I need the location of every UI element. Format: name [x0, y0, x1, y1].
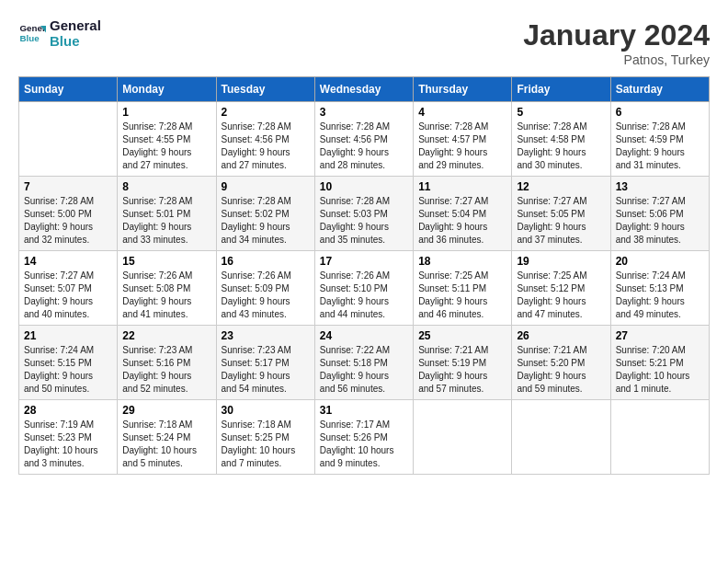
calendar-cell: 26Sunrise: 7:21 AM Sunset: 5:20 PM Dayli…: [512, 326, 610, 400]
calendar-cell: 24Sunrise: 7:22 AM Sunset: 5:18 PM Dayli…: [314, 326, 413, 400]
week-row-3: 14Sunrise: 7:27 AM Sunset: 5:07 PM Dayli…: [19, 251, 710, 326]
cell-content: Sunrise: 7:19 AM Sunset: 5:23 PM Dayligh…: [24, 419, 112, 470]
cell-content: Sunrise: 7:23 AM Sunset: 5:16 PM Dayligh…: [122, 344, 210, 396]
calendar-cell: 10Sunrise: 7:28 AM Sunset: 5:03 PM Dayli…: [314, 177, 413, 251]
calendar-cell: 15Sunrise: 7:26 AM Sunset: 5:08 PM Dayli…: [118, 251, 216, 326]
header-sunday: Sunday: [19, 77, 118, 102]
calendar-cell: 7Sunrise: 7:28 AM Sunset: 5:00 PM Daylig…: [19, 177, 118, 251]
day-number: 6: [616, 106, 704, 119]
cell-content: Sunrise: 7:25 AM Sunset: 5:12 PM Dayligh…: [517, 270, 605, 321]
logo-text-general: General: [50, 18, 101, 34]
cell-content: Sunrise: 7:21 AM Sunset: 5:19 PM Dayligh…: [418, 344, 506, 396]
calendar-cell: 23Sunrise: 7:23 AM Sunset: 5:17 PM Dayli…: [216, 326, 314, 400]
calendar-cell: 31Sunrise: 7:17 AM Sunset: 5:26 PM Dayli…: [314, 400, 413, 475]
day-number: 29: [122, 404, 210, 417]
calendar-cell: 9Sunrise: 7:28 AM Sunset: 5:02 PM Daylig…: [216, 177, 314, 251]
calendar-cell: 6Sunrise: 7:28 AM Sunset: 4:59 PM Daylig…: [610, 102, 709, 177]
week-row-4: 21Sunrise: 7:24 AM Sunset: 5:15 PM Dayli…: [19, 326, 710, 400]
calendar-cell: 17Sunrise: 7:26 AM Sunset: 5:10 PM Dayli…: [314, 251, 413, 326]
cell-content: Sunrise: 7:25 AM Sunset: 5:11 PM Dayligh…: [418, 270, 506, 321]
day-number: 22: [122, 329, 210, 342]
day-number: 7: [24, 180, 112, 193]
day-number: 21: [24, 329, 112, 342]
calendar-cell: [610, 400, 709, 475]
header-friday: Friday: [512, 77, 610, 102]
day-number: 23: [222, 329, 310, 342]
svg-text:Blue: Blue: [20, 32, 40, 42]
calendar-cell: 19Sunrise: 7:25 AM Sunset: 5:12 PM Dayli…: [512, 251, 610, 326]
day-number: 31: [320, 404, 408, 417]
day-number: 28: [24, 404, 112, 417]
cell-content: Sunrise: 7:26 AM Sunset: 5:10 PM Dayligh…: [320, 270, 408, 321]
cell-content: Sunrise: 7:28 AM Sunset: 4:56 PM Dayligh…: [222, 121, 310, 172]
calendar-cell: 13Sunrise: 7:27 AM Sunset: 5:06 PM Dayli…: [610, 177, 709, 251]
cell-content: Sunrise: 7:28 AM Sunset: 5:01 PM Dayligh…: [122, 195, 210, 247]
day-number: 14: [24, 255, 112, 268]
cell-content: Sunrise: 7:23 AM Sunset: 5:17 PM Dayligh…: [222, 344, 310, 396]
title-block: January 2024 Patnos, Turkey: [523, 18, 710, 67]
calendar-cell: 2Sunrise: 7:28 AM Sunset: 4:56 PM Daylig…: [216, 102, 314, 177]
day-number: 30: [222, 404, 310, 417]
day-number: 17: [320, 255, 408, 268]
day-number: 15: [122, 255, 210, 268]
calendar-cell: 22Sunrise: 7:23 AM Sunset: 5:16 PM Dayli…: [118, 326, 216, 400]
cell-content: Sunrise: 7:24 AM Sunset: 5:13 PM Dayligh…: [616, 270, 704, 321]
calendar-cell: 3Sunrise: 7:28 AM Sunset: 4:56 PM Daylig…: [314, 102, 413, 177]
cell-content: Sunrise: 7:28 AM Sunset: 4:59 PM Dayligh…: [616, 121, 704, 172]
logo: General Blue General Blue: [18, 18, 101, 49]
day-number: 8: [122, 180, 210, 193]
cell-content: Sunrise: 7:26 AM Sunset: 5:08 PM Dayligh…: [122, 270, 210, 321]
cell-content: Sunrise: 7:27 AM Sunset: 5:07 PM Dayligh…: [24, 270, 112, 321]
cell-content: Sunrise: 7:27 AM Sunset: 5:04 PM Dayligh…: [418, 195, 506, 247]
calendar-cell: 16Sunrise: 7:26 AM Sunset: 5:09 PM Dayli…: [216, 251, 314, 326]
day-number: 2: [222, 106, 310, 119]
cell-content: Sunrise: 7:28 AM Sunset: 5:00 PM Dayligh…: [24, 195, 112, 247]
svg-text:General: General: [20, 23, 47, 33]
cell-content: Sunrise: 7:28 AM Sunset: 4:58 PM Dayligh…: [517, 121, 605, 172]
day-number: 24: [320, 329, 408, 342]
day-number: 16: [222, 255, 310, 268]
logo-icon: General Blue: [18, 20, 46, 48]
cell-content: Sunrise: 7:28 AM Sunset: 5:03 PM Dayligh…: [320, 195, 408, 247]
week-row-2: 7Sunrise: 7:28 AM Sunset: 5:00 PM Daylig…: [19, 177, 710, 251]
day-number: 11: [418, 180, 506, 193]
calendar-cell: [19, 102, 118, 177]
day-number: 25: [418, 329, 506, 342]
cell-content: Sunrise: 7:17 AM Sunset: 5:26 PM Dayligh…: [320, 419, 408, 470]
cell-content: Sunrise: 7:22 AM Sunset: 5:18 PM Dayligh…: [320, 344, 408, 396]
calendar-cell: 1Sunrise: 7:28 AM Sunset: 4:55 PM Daylig…: [118, 102, 216, 177]
calendar-header-row: SundayMondayTuesdayWednesdayThursdayFrid…: [19, 77, 710, 102]
calendar-cell: 28Sunrise: 7:19 AM Sunset: 5:23 PM Dayli…: [19, 400, 118, 475]
cell-content: Sunrise: 7:20 AM Sunset: 5:21 PM Dayligh…: [616, 344, 704, 396]
calendar-cell: 29Sunrise: 7:18 AM Sunset: 5:24 PM Dayli…: [118, 400, 216, 475]
calendar-table: SundayMondayTuesdayWednesdayThursdayFrid…: [18, 76, 710, 475]
cell-content: Sunrise: 7:24 AM Sunset: 5:15 PM Dayligh…: [24, 344, 112, 396]
cell-content: Sunrise: 7:28 AM Sunset: 5:02 PM Dayligh…: [222, 195, 310, 247]
calendar-cell: [414, 400, 512, 475]
calendar-cell: 12Sunrise: 7:27 AM Sunset: 5:05 PM Dayli…: [512, 177, 610, 251]
cell-content: Sunrise: 7:18 AM Sunset: 5:24 PM Dayligh…: [122, 419, 210, 470]
day-number: 9: [222, 180, 310, 193]
calendar-cell: 18Sunrise: 7:25 AM Sunset: 5:11 PM Dayli…: [414, 251, 512, 326]
calendar-cell: 8Sunrise: 7:28 AM Sunset: 5:01 PM Daylig…: [118, 177, 216, 251]
day-number: 20: [616, 255, 704, 268]
calendar-cell: 25Sunrise: 7:21 AM Sunset: 5:19 PM Dayli…: [414, 326, 512, 400]
cell-content: Sunrise: 7:27 AM Sunset: 5:06 PM Dayligh…: [616, 195, 704, 247]
calendar-cell: 27Sunrise: 7:20 AM Sunset: 5:21 PM Dayli…: [610, 326, 709, 400]
header-monday: Monday: [118, 77, 216, 102]
day-number: 5: [517, 106, 605, 119]
day-number: 13: [616, 180, 704, 193]
cell-content: Sunrise: 7:28 AM Sunset: 4:55 PM Dayligh…: [122, 121, 210, 172]
header-wednesday: Wednesday: [314, 77, 413, 102]
week-row-5: 28Sunrise: 7:19 AM Sunset: 5:23 PM Dayli…: [19, 400, 710, 475]
page-header: General Blue General Blue January 2024 P…: [18, 18, 710, 67]
day-number: 19: [517, 255, 605, 268]
cell-content: Sunrise: 7:21 AM Sunset: 5:20 PM Dayligh…: [517, 344, 605, 396]
day-number: 27: [616, 329, 704, 342]
month-title: January 2024: [523, 18, 710, 52]
cell-content: Sunrise: 7:18 AM Sunset: 5:25 PM Dayligh…: [222, 419, 310, 470]
day-number: 3: [320, 106, 408, 119]
header-saturday: Saturday: [610, 77, 709, 102]
cell-content: Sunrise: 7:27 AM Sunset: 5:05 PM Dayligh…: [517, 195, 605, 247]
day-number: 12: [517, 180, 605, 193]
